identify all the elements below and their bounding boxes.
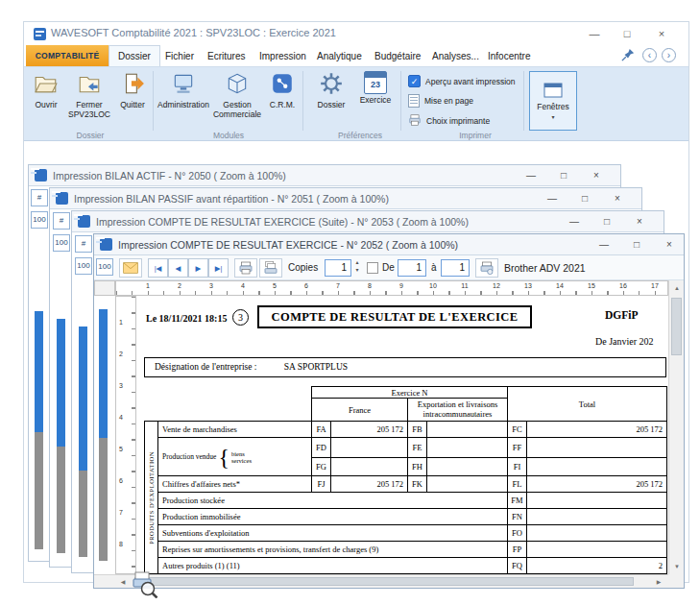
zoom-100-button[interactable]: 100 — [96, 258, 113, 276]
scrollbar-track[interactable] — [79, 471, 87, 557]
copies-input[interactable]: 1 — [325, 259, 351, 277]
document-title: COMPTE DE RESULTAT DE L'EXERCICE — [257, 305, 532, 328]
ruler-number: 5 — [119, 446, 123, 452]
zoom-100-button[interactable]: 100 — [75, 257, 92, 275]
printer-icon — [238, 260, 253, 276]
tab-budgetaire[interactable]: Budgétaire — [366, 45, 429, 66]
first-page-button[interactable]: |◀ — [148, 258, 168, 278]
tab-fichier[interactable]: Fichier — [157, 45, 203, 66]
row-label: Autres produits (1) (11) — [158, 558, 508, 574]
ouvrir-button[interactable]: Ouvrir — [28, 71, 64, 110]
window-resultat-titlebar[interactable]: Impression COMPTE DE RESULTAT EXERCICE -… — [94, 234, 684, 255]
minimize-button[interactable]: — — [545, 193, 559, 204]
page-range-checkbox[interactable] — [367, 262, 378, 274]
ruler-number: 6 — [301, 282, 312, 289]
nav-forward-icon[interactable]: › — [662, 48, 676, 62]
tab-infocentre[interactable]: Infocentre — [479, 45, 539, 66]
crm-button[interactable]: C.R.M. — [264, 71, 301, 110]
close-button[interactable]: × — [663, 239, 676, 250]
maximize-button[interactable]: □ — [600, 216, 614, 227]
window-title: Impression BILAN PASSIF avant répartitio… — [74, 193, 526, 205]
zoom-100-button[interactable]: 100 — [31, 211, 48, 229]
page-setup-icon — [408, 94, 420, 108]
print-all-button[interactable] — [259, 258, 282, 278]
tab-ecritures[interactable]: Ecritures — [199, 45, 253, 66]
window-icon — [543, 83, 563, 100]
maximize-button[interactable]: □ — [619, 27, 635, 40]
exercice-button[interactable]: 23 Exercice — [354, 71, 397, 106]
apercu-avant-impression-checkbox[interactable]: ✓ Aperçu avant impression — [408, 75, 516, 87]
last-page-button[interactable]: ▶| — [208, 258, 229, 278]
tab-impression[interactable]: Impression — [251, 45, 315, 66]
row-label: Reprises sur amortissements et provision… — [158, 542, 508, 558]
scroll-left-arrow[interactable]: ◀ — [115, 574, 131, 590]
scrollbar-track[interactable] — [57, 447, 65, 553]
tab-analyses[interactable]: Analyses... — [423, 45, 488, 66]
ribbon-separator — [523, 71, 524, 131]
printer-setup-button[interactable] — [475, 258, 498, 278]
close-button[interactable]: × — [654, 27, 669, 40]
scrollbar-track[interactable] — [35, 432, 43, 549]
previous-page-button[interactable]: ◀ — [168, 258, 188, 278]
close-button[interactable]: × — [590, 170, 603, 181]
tab-dossier[interactable]: Dossier — [109, 45, 160, 66]
ruler-number: 5 — [269, 282, 280, 289]
table-row: Autres produits (1) (11) FQ 2 — [145, 558, 667, 574]
page-from-input[interactable]: 1 — [398, 259, 426, 277]
next-page-button[interactable]: ▶ — [188, 258, 208, 278]
horizontal-scrollbar[interactable]: ◀ ▶ — [94, 574, 668, 588]
a-label: à — [431, 262, 437, 273]
pin-icon[interactable] — [621, 48, 635, 65]
minimize-button[interactable]: — — [587, 27, 602, 40]
quitter-button[interactable]: Quitter — [114, 71, 151, 110]
fermer-dossier-button[interactable]: Fermer SPV23LOC — [66, 71, 112, 119]
scrollbar-thumb[interactable] — [134, 577, 634, 586]
minimize-button[interactable]: — — [597, 239, 611, 250]
minimize-button[interactable]: — — [567, 216, 581, 227]
export-mail-button[interactable] — [119, 258, 142, 278]
copies-spin-down[interactable]: ▾ — [352, 267, 362, 274]
scrollbar-thumb[interactable] — [99, 309, 108, 438]
maximize-button[interactable]: □ — [578, 193, 591, 204]
choix-imprimante-button[interactable]: Choix imprimante — [408, 113, 490, 129]
maximize-button[interactable]: □ — [557, 170, 570, 181]
fit-page-button[interactable]: # — [53, 212, 70, 230]
page-to-input[interactable]: 1 — [441, 259, 470, 277]
dossier-preferences-button[interactable]: Dossier — [310, 71, 352, 110]
scrollbar-thumb[interactable] — [79, 327, 87, 471]
ruler-number: 1 — [142, 282, 154, 289]
window-resultat-suite-titlebar[interactable]: Impression COMPTE DE RESULTAT EXERCICE (… — [72, 211, 664, 232]
scroll-down-arrow[interactable]: ▼ — [669, 559, 685, 574]
preview-window-icon — [100, 238, 112, 251]
france-header: France — [312, 399, 408, 422]
scrollbar-track[interactable] — [99, 438, 108, 561]
copies-spin-up[interactable]: ▴ — [352, 259, 362, 266]
ruler-number: 11 — [459, 282, 471, 289]
scrollbar-thumb[interactable] — [57, 319, 65, 447]
administration-button[interactable]: Administration — [157, 71, 210, 110]
nav-back-icon[interactable]: ‹ — [642, 48, 657, 62]
scroll-up-arrow[interactable]: ▲ — [669, 280, 685, 296]
total-header: Total — [508, 387, 667, 422]
window-bilan-actif-titlebar[interactable]: Impression BILAN ACTIF - N° 2050 ( Zoom … — [29, 165, 620, 186]
vertical-scrollbar[interactable]: ▲ ▼ — [668, 280, 684, 574]
scrollbar-thumb[interactable] — [35, 311, 43, 432]
checkbox-checked-icon[interactable]: ✓ — [408, 75, 421, 87]
scroll-right-arrow[interactable]: ▶ — [651, 574, 666, 590]
mise-en-page-button[interactable]: Mise en page — [408, 94, 473, 108]
gestion-commerciale-button[interactable]: Gestion Commerciale — [212, 71, 262, 119]
window-bilan-passif-titlebar[interactable]: Impression BILAN PASSIF avant répartitio… — [50, 188, 641, 209]
minimize-button[interactable]: — — [524, 170, 538, 181]
print-page-button[interactable] — [234, 258, 257, 278]
fit-page-button[interactable]: # — [75, 235, 92, 253]
fenetres-button[interactable]: Fenêtres ▾ — [529, 71, 577, 131]
tab-analytique[interactable]: Analytique — [308, 45, 371, 66]
ruler-number: 3 — [119, 382, 123, 389]
fit-page-button[interactable]: # — [31, 189, 48, 206]
close-button[interactable]: × — [633, 216, 646, 227]
close-button[interactable]: × — [611, 193, 624, 204]
maximize-button[interactable]: □ — [630, 239, 643, 250]
zoom-100-button[interactable]: 100 — [53, 234, 70, 252]
tab-comptabilite[interactable]: COMPTABILITÉ — [26, 45, 109, 66]
scrollbar-thumb[interactable] — [671, 298, 682, 355]
